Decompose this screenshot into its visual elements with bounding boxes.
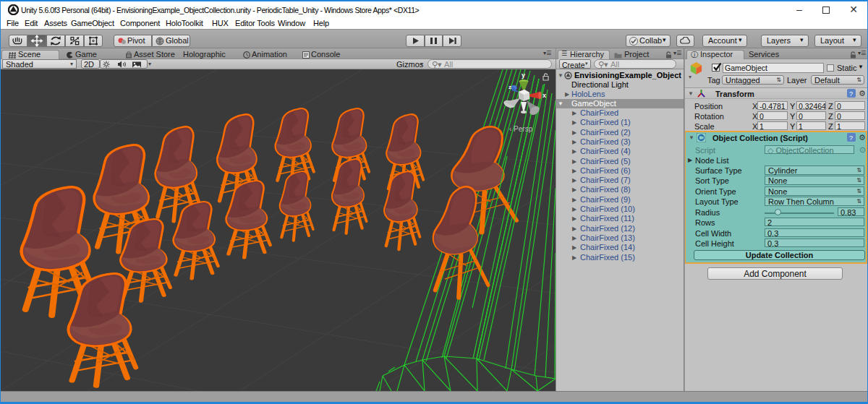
- svg-text:y: y: [522, 72, 525, 79]
- svg-text:‹ Persp: ‹ Persp: [509, 125, 533, 133]
- svg-text:x: x: [542, 92, 546, 99]
- svg-text:?: ?: [849, 134, 853, 142]
- svg-text:?: ?: [849, 90, 853, 98]
- svg-text:z: z: [509, 84, 511, 90]
